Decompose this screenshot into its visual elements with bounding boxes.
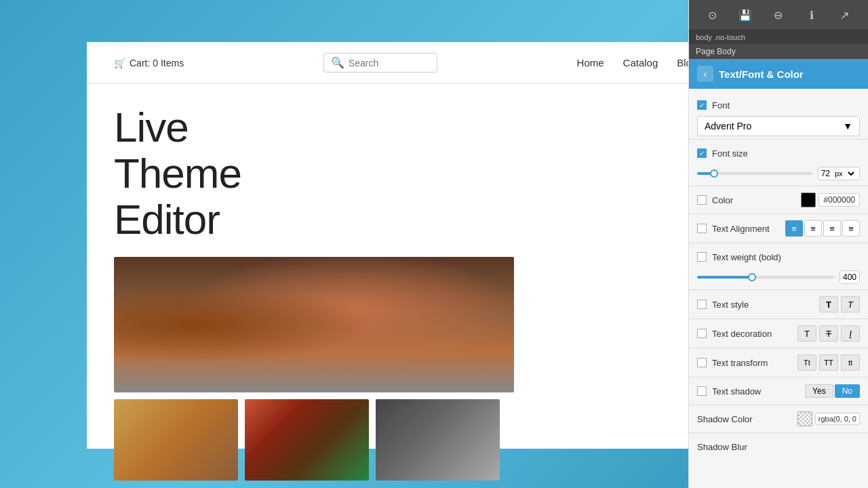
text-alignment-checkbox[interactable]: [697, 224, 707, 233]
text-transform-lower-btn[interactable]: tt: [841, 354, 860, 371]
panel-section-title: Page Body: [689, 44, 868, 59]
font-checkbox[interactable]: [697, 100, 707, 110]
text-deco-underline-btn[interactable]: I: [841, 325, 860, 342]
align-left-btn[interactable]: ≡: [785, 220, 803, 237]
font-size-row: Font size: [689, 142, 868, 164]
text-weight-label: Text weight (bold): [712, 252, 860, 262]
color-value: #000000: [818, 193, 860, 207]
text-shadow-no-btn[interactable]: No: [835, 384, 860, 398]
panel-title: Text/Font & Color: [719, 68, 804, 80]
font-size-number: 72: [821, 169, 830, 178]
text-decoration-checkbox[interactable]: [697, 329, 707, 338]
text-deco-strike-btn[interactable]: T: [819, 325, 838, 342]
font-dropdown[interactable]: Advent Pro ▼: [697, 116, 860, 136]
text-style-checkbox[interactable]: [697, 300, 707, 309]
store-header: 🛒 Cart: 0 Items 🔍 Home Catalog Blog Abou…: [87, 42, 785, 84]
color-row: Color #000000: [689, 189, 868, 211]
thumb-3: [376, 399, 500, 481]
text-style-buttons: T T: [819, 296, 860, 312]
cart-link[interactable]: 🛒 Cart: 0 Items: [114, 58, 184, 68]
align-justify-btn[interactable]: ≡: [842, 220, 860, 237]
panel-toolbar: ⊙ 💾 ⊖ ℹ ↗: [689, 0, 868, 30]
text-deco-normal-btn[interactable]: T: [797, 325, 816, 342]
text-transform-row: Text transform Tt TT tt: [689, 351, 868, 374]
search-bar[interactable]: 🔍: [323, 53, 437, 73]
font-size-slider[interactable]: [697, 172, 812, 175]
text-weight-row: Text weight (bold): [689, 246, 868, 268]
text-style-row: Text style T T: [689, 293, 868, 316]
text-weight-slider-row: 400: [689, 268, 868, 287]
cart-label: Cart: 0 Items: [130, 58, 184, 68]
toolbar-share-icon[interactable]: ↗: [835, 5, 854, 24]
panel-header: ‹ Text/Font & Color: [689, 59, 868, 89]
nav-catalog[interactable]: Catalog: [623, 57, 658, 68]
font-value: Advent Pro: [705, 121, 751, 131]
panel-breadcrumb: body .no-touch: [689, 30, 868, 44]
text-style-label: Text style: [712, 300, 814, 310]
text-weight-thumb[interactable]: [748, 273, 756, 281]
text-weight-slider[interactable]: [697, 276, 834, 279]
store-window: 🛒 Cart: 0 Items 🔍 Home Catalog Blog Abou…: [87, 42, 785, 449]
thumb-1: [114, 399, 238, 481]
color-checkbox[interactable]: [697, 195, 707, 205]
font-size-value: 72 px em %: [818, 167, 860, 180]
text-shadow-label: Text shadow: [712, 386, 800, 396]
toolbar-remove-icon[interactable]: ⊖: [769, 5, 788, 24]
font-size-slider-row: 72 px em %: [689, 164, 868, 183]
shadow-color-swatch[interactable]: [797, 411, 812, 426]
panel-back-button[interactable]: ‹: [697, 66, 713, 82]
font-label: Font: [712, 100, 860, 110]
text-weight-fill: [697, 276, 752, 279]
text-weight-checkbox[interactable]: [697, 252, 707, 262]
toolbar-target-icon[interactable]: ⊙: [703, 5, 722, 24]
text-transform-buttons: Tt TT tt: [797, 354, 860, 371]
breadcrumb-text: body .no-touch: [696, 33, 745, 41]
store-content: LiveThemeEditor: [87, 84, 785, 488]
font-size-label: Font size: [712, 148, 860, 159]
thumb-2: [245, 399, 369, 481]
text-shadow-row: Text shadow Yes No: [689, 380, 868, 402]
text-weight-number: 400: [843, 272, 856, 282]
text-transform-title-btn[interactable]: Tt: [797, 354, 816, 371]
store-title: LiveThemeEditor: [114, 104, 758, 243]
search-input[interactable]: [349, 58, 430, 68]
nav-home[interactable]: Home: [577, 57, 604, 68]
toolbar-info-icon[interactable]: ℹ: [802, 5, 821, 24]
text-shadow-yes-btn[interactable]: Yes: [805, 384, 833, 398]
panel-body: Font Advent Pro ▼ Font size 72 px em %: [689, 89, 868, 488]
right-panel: ⊙ 💾 ⊖ ℹ ↗ body .no-touch Page Body ‹ Tex…: [688, 0, 868, 488]
text-style-italic-btn[interactable]: T: [841, 296, 860, 312]
hero-image: [114, 257, 514, 392]
font-dropdown-arrow: ▼: [843, 121, 852, 131]
shadow-color-row: Shadow Color rgba(0, 0, 0: [689, 408, 868, 430]
text-transform-label: Text transform: [712, 358, 792, 368]
text-transform-upper-btn[interactable]: TT: [819, 354, 838, 371]
font-size-checkbox[interactable]: [697, 148, 707, 158]
section-label: Page Body: [696, 47, 736, 56]
shadow-blur-row: Shadow Blur: [689, 436, 868, 458]
font-row: Font: [689, 94, 868, 116]
align-center-btn[interactable]: ≡: [804, 220, 822, 237]
text-decoration-label: Text decoration: [712, 329, 792, 339]
text-weight-value-box: 400: [840, 270, 860, 284]
search-icon: 🔍: [331, 56, 344, 69]
toolbar-save-icon[interactable]: 💾: [736, 5, 755, 24]
text-shadow-checkbox[interactable]: [697, 386, 707, 396]
store-left: LiveThemeEditor: [114, 104, 758, 481]
font-size-unit[interactable]: px em %: [832, 169, 856, 178]
shadow-color-value: rgba(0, 0, 0: [815, 413, 860, 425]
text-decoration-row: Text decoration T T I: [689, 322, 868, 345]
color-swatch[interactable]: [801, 192, 816, 207]
text-decoration-buttons: T T I: [797, 325, 860, 342]
text-style-bold-btn[interactable]: T: [819, 296, 838, 312]
color-label: Color: [712, 195, 795, 205]
cart-icon: 🛒: [114, 58, 125, 68]
shadow-blur-label: Shadow Blur: [697, 442, 860, 452]
text-transform-checkbox[interactable]: [697, 358, 707, 367]
text-shadow-toggle: Yes No: [805, 384, 860, 398]
align-right-btn[interactable]: ≡: [823, 220, 841, 237]
text-alignment-label: Text Alignment: [712, 224, 780, 234]
font-size-thumb[interactable]: [710, 169, 718, 178]
text-alignment-row: Text Alignment ≡ ≡ ≡ ≡: [689, 217, 868, 240]
align-buttons: ≡ ≡ ≡ ≡: [785, 220, 860, 237]
